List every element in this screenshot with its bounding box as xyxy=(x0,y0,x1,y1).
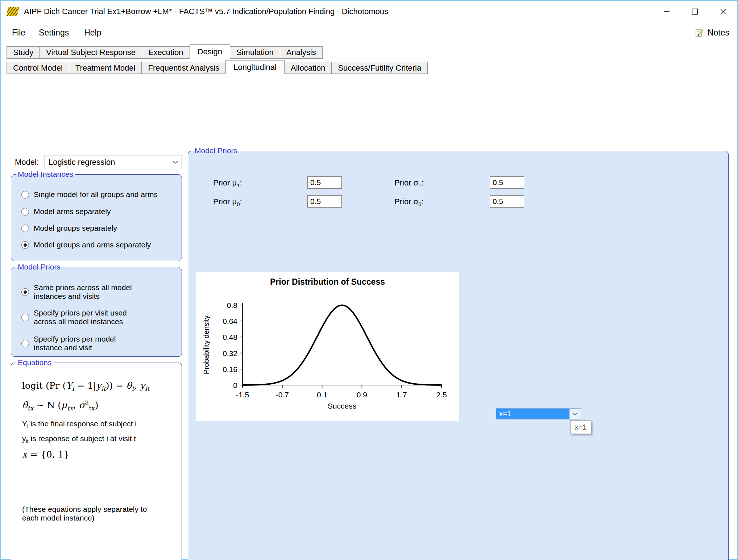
model-priors-panel: Model Priors Prior μ1: Prior σ1: Prior μ… xyxy=(188,151,729,560)
model-instances-title: Model Instances xyxy=(16,170,75,179)
window-title: AIPF Dich Cancer Trial Ex1+Borrow +LM* -… xyxy=(24,7,388,16)
equation-theta-normal: θtx ∼ N (μtx, σ2tx) xyxy=(22,399,99,412)
tab-treatment-model[interactable]: Treatment Model xyxy=(69,62,142,74)
radio-single-model[interactable]: Single model for all groups and arms xyxy=(21,190,158,199)
visit-combo-tooltip: x=1 xyxy=(570,420,591,434)
app-window: AIPF Dich Cancer Trial Ex1+Borrow +LM* -… xyxy=(0,0,738,560)
tab-control-model[interactable]: Control Model xyxy=(7,62,69,74)
titlebar: AIPF Dich Cancer Trial Ex1+Borrow +LM* -… xyxy=(1,1,737,22)
visit-combo[interactable]: x=1 xyxy=(496,408,581,419)
radio-icon xyxy=(21,340,29,347)
prior-distribution-chart: Prior Distribution of Success 00.160.320… xyxy=(196,272,459,421)
chevron-down-icon xyxy=(573,413,578,415)
maximize-button[interactable] xyxy=(681,1,709,22)
svg-text:0.8: 0.8 xyxy=(227,301,237,309)
tab-frequentist-analysis[interactable]: Frequentist Analysis xyxy=(141,62,226,74)
model-priors-panel-title: Model Priors xyxy=(192,146,240,155)
radio-icon xyxy=(21,191,29,198)
svg-text:0: 0 xyxy=(233,381,237,389)
svg-text:2.5: 2.5 xyxy=(436,390,447,399)
svg-text:1.7: 1.7 xyxy=(397,390,407,399)
tab-simulation[interactable]: Simulation xyxy=(230,46,280,59)
radio-priors-per-instance-visit[interactable]: Specify priors per model instance and vi… xyxy=(21,335,142,352)
svg-text:0.16: 0.16 xyxy=(223,365,237,373)
prior-mu0-input[interactable] xyxy=(307,195,342,208)
equations-group: Equations logit (Pr (Yi = 1|yit)) = θt, … xyxy=(11,363,182,560)
chart-x-axis-label: Success xyxy=(242,402,441,410)
menu-help[interactable]: Help xyxy=(84,28,101,38)
svg-text:0.64: 0.64 xyxy=(223,317,237,325)
notes-button[interactable]: Notes xyxy=(695,22,729,43)
model-select-value: Logistic regression xyxy=(45,158,169,167)
radio-icon xyxy=(21,314,29,321)
primary-tab-strip: Study Virtual Subject Response Execution… xyxy=(7,44,322,59)
definition-visit-response: yit is response of subject i at visit t xyxy=(22,434,136,444)
radio-model-groups-separately[interactable]: Model groups separately xyxy=(21,224,117,233)
longitudinal-page: Model: Logistic regression Model Instanc… xyxy=(1,74,737,559)
menu-settings[interactable]: Settings xyxy=(39,28,69,38)
tab-allocation[interactable]: Allocation xyxy=(284,62,332,74)
visit-combo-dropdown-button[interactable] xyxy=(569,409,581,419)
app-icon xyxy=(6,7,19,16)
window-controls xyxy=(652,1,737,22)
chevron-down-icon xyxy=(169,160,182,164)
minimize-icon xyxy=(663,8,671,16)
svg-text:-0.7: -0.7 xyxy=(276,390,289,399)
svg-text:0.1: 0.1 xyxy=(317,390,327,399)
radio-priors-per-visit[interactable]: Specify priors per visit used across all… xyxy=(21,309,142,326)
close-button[interactable] xyxy=(709,1,737,22)
tab-success-futility-criteria[interactable]: Success/Futility Criteria xyxy=(331,62,428,74)
prior-mu1-input[interactable] xyxy=(307,176,342,189)
close-icon xyxy=(719,8,727,16)
svg-text:0.9: 0.9 xyxy=(357,390,367,399)
menu-file[interactable]: File xyxy=(12,28,25,38)
tab-longitudinal[interactable]: Longitudinal xyxy=(225,60,285,74)
equation-logit: logit (Pr (Yi = 1|yit)) = θt, yit xyxy=(22,380,149,392)
prior-sigma0-label: Prior σ0: xyxy=(394,197,424,209)
chart-plot-area: 00.160.320.480.640.8-1.5-0.70.10.91.72.5 xyxy=(196,272,459,421)
model-label: Model: xyxy=(15,157,39,167)
radio-model-arms-separately[interactable]: Model arms separately xyxy=(21,207,111,216)
tab-analysis[interactable]: Analysis xyxy=(280,46,323,59)
radio-icon xyxy=(21,225,29,232)
radio-icon xyxy=(21,208,29,216)
model-priors-options-title: Model Priors xyxy=(16,262,63,272)
model-instances-group: Model Instances Single model for all gro… xyxy=(11,174,182,261)
equations-title: Equations xyxy=(16,358,54,367)
tab-virtual-subject-response[interactable]: Virtual Subject Response xyxy=(40,46,142,59)
model-priors-options-group: Model Priors Same priors across all mode… xyxy=(11,267,182,357)
prior-mu1-label: Prior μ1: xyxy=(213,178,242,191)
radio-model-groups-and-arms-separately[interactable]: Model groups and arms separately xyxy=(21,241,151,249)
tab-design[interactable]: Design xyxy=(190,44,230,59)
radio-icon xyxy=(21,288,29,296)
maximize-icon xyxy=(691,8,699,16)
visit-combo-value: x=1 xyxy=(496,409,569,419)
svg-text:0.32: 0.32 xyxy=(223,349,237,358)
radio-icon xyxy=(21,241,29,249)
notes-icon xyxy=(695,28,704,38)
prior-sigma1-input[interactable] xyxy=(490,176,524,189)
equations-note: (These equations apply separately to eac… xyxy=(22,505,156,522)
minimize-button[interactable] xyxy=(652,1,681,22)
svg-text:0.48: 0.48 xyxy=(223,333,237,341)
prior-sigma1-label: Prior σ1: xyxy=(394,178,424,191)
prior-sigma0-input[interactable] xyxy=(490,195,524,208)
secondary-tab-strip: Control Model Treatment Model Frequentis… xyxy=(7,60,427,74)
chart-y-axis-label: Probability density xyxy=(202,301,212,388)
notes-label: Notes xyxy=(708,28,729,38)
svg-text:-1.5: -1.5 xyxy=(236,390,249,399)
prior-mu0-label: Prior μ0: xyxy=(213,197,242,209)
menubar: File Settings Help Notes xyxy=(1,22,737,43)
tab-study[interactable]: Study xyxy=(7,46,40,59)
tab-execution[interactable]: Execution xyxy=(142,46,190,59)
radio-same-priors[interactable]: Same priors across all model instances a… xyxy=(21,283,142,301)
definition-final-response: Yi is the final response of subject i xyxy=(22,419,137,429)
model-select[interactable]: Logistic regression xyxy=(45,155,182,169)
equation-x-set: x = {0, 1} xyxy=(22,449,69,460)
